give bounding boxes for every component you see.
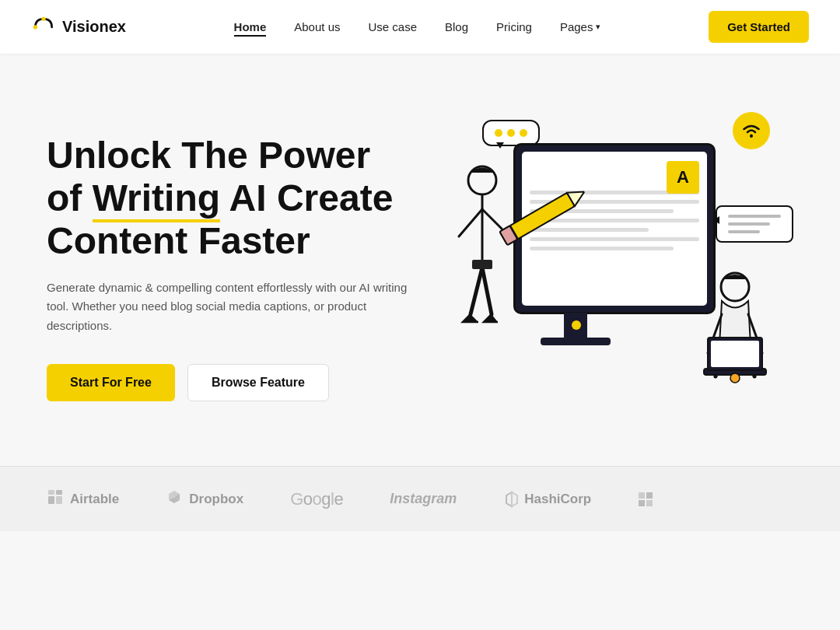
logo-icon [31, 15, 56, 40]
dropbox-label: Dropbox [189, 492, 243, 507]
svg-point-14 [730, 373, 740, 383]
svg-marker-23 [506, 492, 512, 506]
hero-description: Generate dynamic & compelling content ef… [47, 278, 420, 336]
brand-name: Visionex [62, 18, 126, 36]
microsoft-icon [638, 492, 653, 507]
chevron-down-icon: ▾ [596, 22, 600, 32]
navbar: Visionex Home About us Use case Blog Pri… [0, 0, 840, 54]
instagram-label: Instagram [390, 491, 457, 507]
nav-pages[interactable]: Pages ▾ [560, 20, 601, 33]
chat-dot-3 [520, 129, 527, 137]
partner-airtable: Airtable [47, 488, 119, 509]
partner-google: Google [290, 489, 343, 509]
svg-marker-24 [512, 492, 517, 506]
svg-rect-13 [711, 341, 759, 367]
chat-dot-2 [507, 129, 515, 137]
hero-section: Unlock The Power of Writing AI Create Co… [0, 54, 840, 466]
svg-rect-25 [639, 492, 645, 499]
chat-bubble [482, 120, 540, 146]
nav-pricing[interactable]: Pricing [496, 20, 532, 34]
svg-rect-27 [639, 500, 645, 506]
monitor-indicator-dot [572, 320, 581, 330]
get-started-button[interactable]: Get Started [709, 11, 809, 43]
svg-rect-17 [48, 496, 54, 504]
sitting-person-illustration [692, 268, 778, 400]
partner-hashicorp: HashiCorp [503, 491, 591, 508]
airtable-icon [47, 488, 64, 509]
partners-bar: Airtable Dropbox Google Instagram HashiC… [0, 466, 840, 531]
nav-home[interactable]: Home [234, 20, 267, 34]
chat-dot-1 [495, 129, 502, 137]
a-card: A [667, 161, 699, 194]
hero-cta-group: Start For Free Browse Feature [47, 364, 420, 401]
nav-about[interactable]: About us [294, 20, 340, 34]
svg-point-1 [41, 16, 45, 20]
doc-line [530, 228, 649, 232]
nav-usecase[interactable]: Use case [368, 20, 417, 34]
hashicorp-icon [503, 491, 520, 508]
standing-person-illustration [436, 159, 513, 361]
svg-rect-26 [646, 492, 653, 499]
nav-blog[interactable]: Blog [445, 20, 468, 34]
svg-point-0 [33, 25, 37, 29]
illustration-container: A [420, 120, 793, 415]
hero-illustration: A [420, 120, 793, 415]
svg-rect-18 [56, 496, 62, 504]
start-for-free-button[interactable]: Start For Free [47, 364, 175, 401]
speech-bubble [716, 205, 793, 243]
brand-logo[interactable]: Visionex [31, 15, 126, 40]
hero-content: Unlock The Power of Writing AI Create Co… [47, 134, 420, 401]
hero-title-line1: Unlock The Power [47, 135, 370, 176]
svg-rect-28 [646, 500, 653, 506]
google-label: Google [290, 489, 343, 509]
airtable-label: Airtable [70, 492, 119, 507]
browse-feature-button[interactable]: Browse Feature [187, 364, 329, 401]
doc-line [530, 247, 674, 250]
nav-links: Home About us Use case Blog Pricing Page… [234, 20, 601, 34]
monitor-base [541, 338, 611, 345]
wifi-bubble [733, 112, 770, 149]
hero-title-line3: Content Faster [47, 220, 310, 261]
partner-microsoft [638, 492, 653, 507]
wifi-icon [741, 122, 761, 139]
hero-title-line2: of Writing AI Create [47, 177, 393, 219]
svg-point-2 [750, 135, 753, 138]
hashicorp-label: HashiCorp [524, 492, 591, 507]
partner-instagram: Instagram [390, 491, 457, 507]
monitor-screen: A [522, 152, 707, 306]
svg-rect-15 [48, 490, 54, 495]
svg-rect-4 [472, 260, 492, 269]
partner-dropbox: Dropbox [166, 489, 243, 509]
dropbox-icon [166, 489, 183, 509]
hero-title: Unlock The Power of Writing AI Create Co… [47, 134, 420, 263]
doc-line [530, 237, 699, 241]
svg-rect-16 [56, 490, 62, 495]
